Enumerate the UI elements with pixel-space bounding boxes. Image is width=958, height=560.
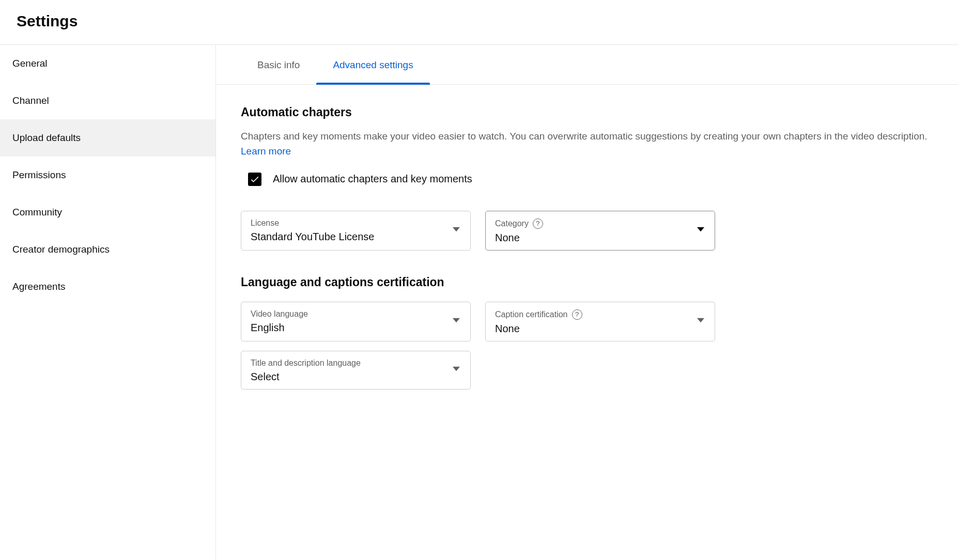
tab-basic-info[interactable]: Basic info [241, 45, 316, 84]
main: Basic info Advanced settings Automatic c… [216, 45, 958, 559]
select-category[interactable]: Category ? None [485, 211, 715, 251]
select-label-video-language: Video language [251, 309, 461, 319]
help-icon[interactable]: ? [572, 309, 582, 320]
sidebar-item-creator-demographics[interactable]: Creator demographics [0, 231, 215, 268]
section-desc-auto-chapters: Chapters and key moments make your video… [241, 129, 933, 159]
check-icon [250, 174, 260, 184]
section-title-language: Language and captions certification [241, 275, 933, 289]
header: Settings [0, 0, 958, 45]
selects-row-2: Video language English Caption certifica… [241, 302, 933, 341]
tabs: Basic info Advanced settings [216, 45, 958, 85]
select-value-license: Standard YouTube License [251, 231, 461, 243]
select-license[interactable]: License Standard YouTube License [241, 211, 471, 251]
sidebar-item-upload-defaults[interactable]: Upload defaults [0, 119, 215, 157]
section-title-auto-chapters: Automatic chapters [241, 105, 933, 119]
sidebar-item-agreements[interactable]: Agreements [0, 268, 215, 305]
chevron-down-icon [697, 317, 704, 326]
selects-row-3: Title and description language Select [241, 351, 933, 390]
learn-more-link[interactable]: Learn more [241, 146, 291, 157]
selects-row-1: License Standard YouTube License Categor… [241, 211, 933, 251]
select-value-caption-certification: None [495, 323, 705, 335]
select-caption-certification[interactable]: Caption certification ? None [485, 302, 715, 341]
checkbox-row-auto-chapters: Allow automatic chapters and key moments [248, 173, 933, 186]
chevron-down-icon [697, 226, 704, 235]
sidebar: General Channel Upload defaults Permissi… [0, 45, 216, 559]
select-value-title-desc-language: Select [251, 371, 461, 383]
content: Automatic chapters Chapters and key mome… [216, 85, 958, 435]
page-title: Settings [17, 12, 941, 30]
select-label-title-desc-language: Title and description language [251, 359, 461, 368]
tab-advanced-settings[interactable]: Advanced settings [316, 45, 429, 84]
checkbox-label-auto-chapters: Allow automatic chapters and key moments [273, 173, 472, 185]
container: General Channel Upload defaults Permissi… [0, 45, 958, 559]
select-value-video-language: English [251, 322, 461, 334]
chevron-down-icon [453, 226, 460, 235]
chevron-down-icon [453, 317, 460, 326]
sidebar-item-general[interactable]: General [0, 45, 215, 82]
select-label-license: License [251, 219, 461, 228]
checkbox-auto-chapters[interactable] [248, 173, 261, 186]
select-label-category: Category ? [495, 219, 705, 229]
select-video-language[interactable]: Video language English [241, 302, 471, 341]
sidebar-item-channel[interactable]: Channel [0, 82, 215, 119]
sidebar-item-permissions[interactable]: Permissions [0, 157, 215, 194]
sidebar-item-community[interactable]: Community [0, 194, 215, 231]
select-value-category: None [495, 232, 705, 244]
select-label-caption-certification: Caption certification ? [495, 309, 705, 320]
chevron-down-icon [453, 365, 460, 375]
help-icon[interactable]: ? [533, 219, 543, 229]
select-title-desc-language[interactable]: Title and description language Select [241, 351, 471, 390]
